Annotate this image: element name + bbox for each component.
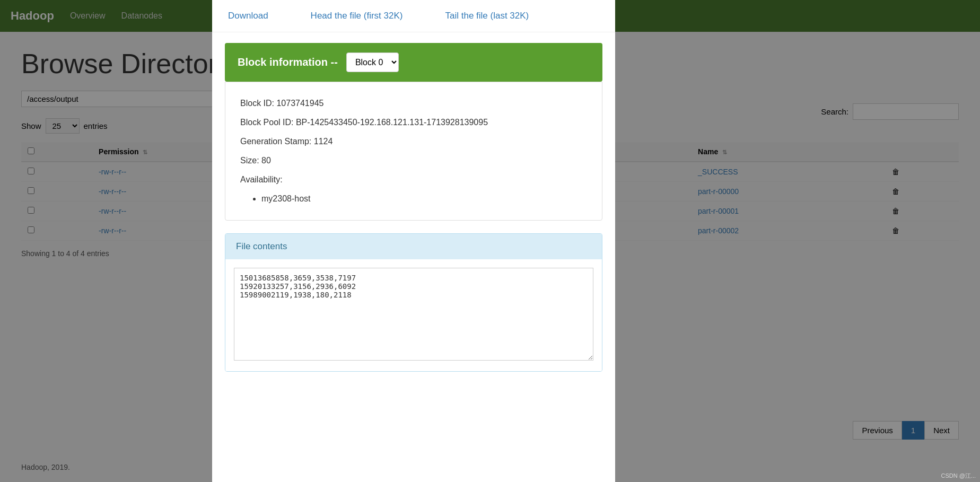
block-info-header: Block information -- Block 0 [225, 43, 602, 82]
block-pool-id-row: Block Pool ID: BP-1425433450-192.168.121… [240, 114, 587, 131]
availability-list: my2308-host [240, 190, 587, 207]
block-select[interactable]: Block 0 [346, 52, 399, 72]
size-value: 80 [261, 156, 271, 165]
block-details: Block ID: 1073741945 Block Pool ID: BP-1… [225, 82, 602, 221]
block-id-row: Block ID: 1073741945 [240, 95, 587, 112]
block-pool-id-value: BP-1425433450-192.168.121.131-1713928139… [296, 118, 488, 127]
generation-stamp-label: Generation Stamp: [240, 137, 311, 146]
block-id-label: Block ID: [240, 99, 274, 108]
generation-stamp-value: 1124 [314, 137, 333, 146]
availability-host: my2308-host [261, 190, 587, 207]
availability-row: Availability: [240, 171, 587, 188]
watermark: CSDN @江... [941, 472, 976, 480]
block-id-value: 1073741945 [276, 99, 323, 108]
size-row: Size: 80 [240, 152, 587, 169]
file-contents-textarea[interactable]: 15013685858,3659,3538,7197 15920133257,3… [234, 268, 593, 361]
modal-panel: Download Head the file (first 32K) Tail … [212, 0, 615, 482]
tail-file-link[interactable]: Tail the file (last 32K) [445, 11, 529, 21]
generation-stamp-row: Generation Stamp: 1124 [240, 133, 587, 150]
head-file-link[interactable]: Head the file (first 32K) [311, 11, 403, 21]
block-info-label: Block information -- [238, 56, 338, 68]
availability-label: Availability: [240, 175, 283, 184]
size-label: Size: [240, 156, 259, 165]
block-pool-id-label: Block Pool ID: [240, 118, 293, 127]
file-contents-body: 15013685858,3659,3538,7197 15920133257,3… [225, 259, 602, 371]
modal-top-links: Download Head the file (first 32K) Tail … [212, 0, 615, 32]
download-link[interactable]: Download [228, 11, 268, 21]
file-contents-section: File contents 15013685858,3659,3538,7197… [225, 233, 602, 372]
file-contents-header: File contents [225, 234, 602, 259]
